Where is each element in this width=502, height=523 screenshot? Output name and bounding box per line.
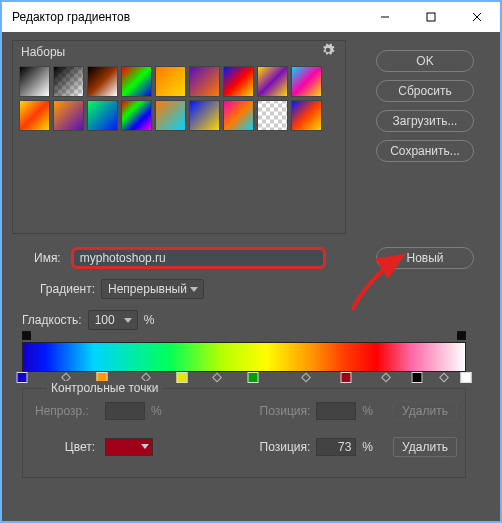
name-input[interactable] <box>71 247 326 269</box>
opacity-stop[interactable] <box>457 331 466 340</box>
color-stop[interactable] <box>412 372 423 383</box>
smoothness-unit: % <box>144 313 155 327</box>
position-top-unit: % <box>362 404 373 418</box>
smoothness-label: Гладкость: <box>22 313 82 327</box>
midpoint-stop[interactable] <box>212 373 222 383</box>
preset-swatch[interactable] <box>291 66 322 97</box>
color-preview[interactable] <box>105 438 153 456</box>
control-points-fieldset: Контрольные точки Непрозр.: % Позиция: %… <box>22 388 466 478</box>
gradient-type-label: Градиент: <box>40 282 95 296</box>
preset-swatch[interactable] <box>121 66 152 97</box>
preset-swatch[interactable] <box>223 66 254 97</box>
preset-swatch[interactable] <box>257 66 288 97</box>
delete-color-button[interactable]: Удалить <box>393 437 457 457</box>
preset-swatch[interactable] <box>53 66 84 97</box>
name-label: Имя: <box>34 251 61 265</box>
color-label: Цвет: <box>35 440 99 454</box>
color-stop[interactable] <box>341 372 352 383</box>
position-bottom-unit: % <box>362 440 373 454</box>
preset-swatch[interactable] <box>121 100 152 131</box>
midpoint-stop[interactable] <box>381 373 391 383</box>
preset-swatch[interactable] <box>189 100 220 131</box>
preset-swatch[interactable] <box>155 66 186 97</box>
ok-button[interactable]: OK <box>376 50 474 72</box>
gradient-type-dropdown[interactable]: Непрерывный <box>101 279 204 299</box>
position-bottom-field[interactable] <box>316 438 356 456</box>
preset-swatch[interactable] <box>53 100 84 131</box>
window-title: Редактор градиентов <box>12 10 130 24</box>
smoothness-field[interactable]: 100 <box>88 310 138 330</box>
position-bottom-label: Позиция: <box>260 440 311 454</box>
preset-swatch[interactable] <box>291 100 322 131</box>
preset-swatch[interactable] <box>19 100 50 131</box>
preset-swatch[interactable] <box>19 66 50 97</box>
color-stop[interactable] <box>17 372 28 383</box>
gradient-bar[interactable] <box>22 342 466 372</box>
opacity-field <box>105 402 145 420</box>
preset-swatch[interactable] <box>87 100 118 131</box>
load-button[interactable]: Загрузить... <box>376 110 474 132</box>
reset-button[interactable]: Сбросить <box>376 80 474 102</box>
save-button[interactable]: Сохранить... <box>376 140 474 162</box>
opacity-stop[interactable] <box>22 331 31 340</box>
new-button[interactable]: Новый <box>376 247 474 269</box>
delete-opacity-button: Удалить <box>393 401 457 421</box>
preset-swatch[interactable] <box>223 100 254 131</box>
control-points-legend: Контрольные точки <box>47 381 162 395</box>
preset-swatch[interactable] <box>87 66 118 97</box>
opacity-label: Непрозр.: <box>35 404 99 418</box>
midpoint-stop[interactable] <box>301 373 311 383</box>
preset-swatch[interactable] <box>189 66 220 97</box>
maximize-button[interactable] <box>408 2 454 32</box>
position-top-field <box>316 402 356 420</box>
svg-rect-1 <box>427 13 435 21</box>
gear-icon[interactable] <box>321 43 339 60</box>
color-stop[interactable] <box>461 372 472 383</box>
midpoint-stop[interactable] <box>439 373 449 383</box>
close-button[interactable] <box>454 2 500 32</box>
minimize-button[interactable] <box>362 2 408 32</box>
preset-swatch[interactable] <box>155 100 186 131</box>
position-top-label: Позиция: <box>260 404 311 418</box>
color-stop[interactable] <box>247 372 258 383</box>
opacity-unit: % <box>151 404 162 418</box>
presets-panel: Наборы <box>12 40 346 234</box>
presets-label: Наборы <box>21 45 65 59</box>
titlebar: Редактор градиентов <box>2 2 500 32</box>
color-stop[interactable] <box>176 372 187 383</box>
preset-swatch[interactable] <box>257 100 288 131</box>
